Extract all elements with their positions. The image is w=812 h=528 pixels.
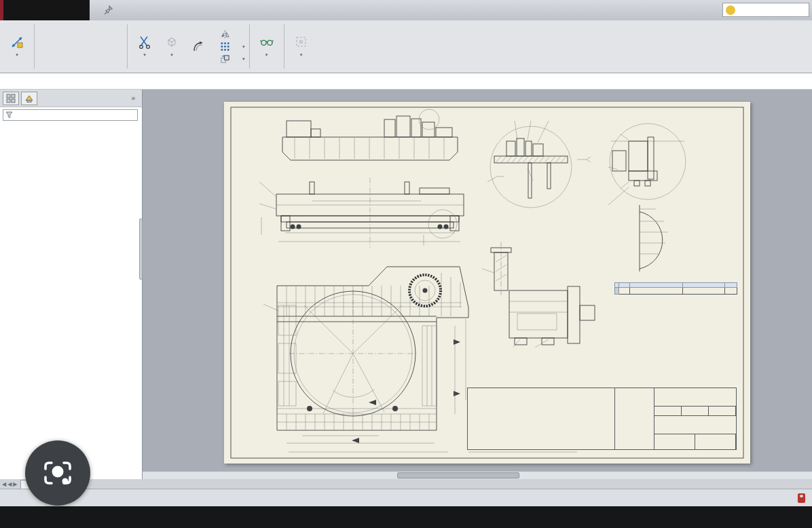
offset-entities-icon — [191, 39, 206, 54]
linear-sketch-pattern-button[interactable]: ▾ — [220, 41, 245, 52]
graphics-area[interactable] — [143, 90, 812, 479]
property-manager-tab[interactable] — [21, 92, 37, 105]
trim-entities-button[interactable]: ▾ — [133, 33, 156, 60]
scrollbar-thumb[interactable] — [397, 472, 519, 478]
quick-snaps-icon — [294, 35, 309, 50]
dropdown-caret-icon[interactable]: ▾ — [170, 51, 173, 59]
title-block — [467, 388, 737, 450]
title-bar — [0, 0, 812, 20]
tree-filter-input[interactable] — [15, 111, 135, 119]
panel-header: » — [0, 90, 142, 107]
dropdown-caret-icon[interactable]: ▾ — [242, 44, 245, 50]
dropdown-caret-icon[interactable]: ▾ — [300, 51, 303, 59]
solidworks-logo — [0, 0, 90, 20]
lens-camera-button[interactable] — [25, 440, 90, 506]
panel-expand-icon[interactable]: » — [131, 94, 139, 102]
move-entities-icon — [220, 54, 230, 64]
display-delete-relations-button[interactable]: ▾ — [255, 33, 278, 60]
pin-icon[interactable] — [103, 5, 114, 16]
sheet-nav-buttons[interactable]: ◀◀▶ — [0, 481, 20, 487]
horizontal-scrollbar[interactable] — [143, 471, 812, 479]
document-title — [564, 0, 713, 20]
linear-sketch-pattern-icon — [220, 41, 230, 52]
sheet-tab-bar: ◀◀▶ — [0, 479, 812, 489]
windows-taskbar — [0, 506, 812, 528]
dropdown-caret-icon[interactable]: ▾ — [242, 56, 245, 62]
command-tabs — [0, 73, 812, 90]
title-block-material-headers — [654, 407, 736, 416]
filter-row — [0, 107, 142, 123]
smart-dimension-button[interactable]: ▾ — [5, 33, 29, 60]
dropdown-caret-icon[interactable]: ▾ — [265, 51, 268, 59]
filter-funnel-icon — [5, 111, 13, 119]
convert-entities-button[interactable]: ▾ — [160, 33, 183, 60]
offset-entities-button[interactable] — [187, 37, 210, 56]
mirror-entities-icon — [220, 29, 230, 39]
search-input[interactable] — [738, 6, 806, 14]
title-block-sheet-cells — [654, 434, 736, 449]
bom-header-row — [615, 288, 737, 295]
main-area: » — [0, 90, 812, 479]
smart-dimension-icon — [10, 35, 24, 50]
camera-icon — [42, 459, 73, 487]
bom-column-letters — [615, 283, 737, 288]
dropdown-caret-icon[interactable]: ▾ — [143, 51, 146, 59]
quick-tips-icon[interactable] — [798, 493, 805, 503]
mirror-entities-button[interactable] — [220, 29, 245, 39]
drawing-sheet[interactable] — [224, 102, 750, 464]
feature-manager-panel: » — [0, 90, 143, 479]
command-manager: ▾ ▾ ▾ — [0, 20, 812, 73]
bom-table[interactable] — [614, 282, 737, 295]
status-bar — [0, 489, 812, 506]
quick-snaps-button[interactable]: ▾ — [290, 33, 313, 60]
feature-tree — [0, 123, 142, 125]
filter-box[interactable] — [3, 109, 138, 121]
move-entities-button[interactable]: ▾ — [220, 54, 245, 64]
command-tabs-row — [0, 73, 812, 90]
trim-entities-icon — [137, 35, 152, 50]
search-box[interactable] — [722, 3, 809, 17]
help-icon[interactable] — [726, 5, 735, 15]
title-block-drawing-title — [614, 388, 654, 449]
convert-entities-icon — [164, 35, 179, 50]
dropdown-caret-icon[interactable]: ▾ — [16, 51, 18, 59]
display-delete-relations-icon — [259, 35, 274, 50]
feature-tree-tab[interactable] — [3, 92, 19, 105]
